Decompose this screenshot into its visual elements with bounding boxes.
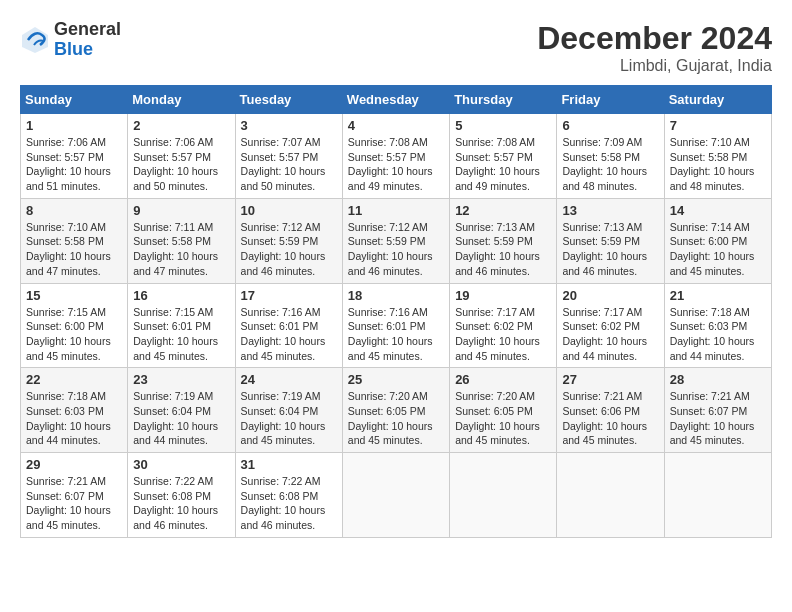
- day-info: Sunrise: 7:06 AMSunset: 5:57 PMDaylight:…: [133, 135, 229, 194]
- logo-text: General Blue: [54, 20, 121, 60]
- calendar-week-4: 22Sunrise: 7:18 AMSunset: 6:03 PMDayligh…: [21, 368, 772, 453]
- day-info: Sunrise: 7:22 AMSunset: 6:08 PMDaylight:…: [241, 474, 337, 533]
- day-number: 20: [562, 288, 658, 303]
- day-number: 11: [348, 203, 444, 218]
- weekday-header-wednesday: Wednesday: [342, 86, 449, 114]
- day-info: Sunrise: 7:08 AMSunset: 5:57 PMDaylight:…: [348, 135, 444, 194]
- day-number: 23: [133, 372, 229, 387]
- day-number: 7: [670, 118, 766, 133]
- day-number: 18: [348, 288, 444, 303]
- calendar-cell: 23Sunrise: 7:19 AMSunset: 6:04 PMDayligh…: [128, 368, 235, 453]
- day-number: 8: [26, 203, 122, 218]
- day-info: Sunrise: 7:17 AMSunset: 6:02 PMDaylight:…: [455, 305, 551, 364]
- day-info: Sunrise: 7:12 AMSunset: 5:59 PMDaylight:…: [241, 220, 337, 279]
- day-info: Sunrise: 7:13 AMSunset: 5:59 PMDaylight:…: [455, 220, 551, 279]
- day-info: Sunrise: 7:16 AMSunset: 6:01 PMDaylight:…: [241, 305, 337, 364]
- calendar-cell: 24Sunrise: 7:19 AMSunset: 6:04 PMDayligh…: [235, 368, 342, 453]
- calendar-cell: 1Sunrise: 7:06 AMSunset: 5:57 PMDaylight…: [21, 114, 128, 199]
- day-info: Sunrise: 7:21 AMSunset: 6:07 PMDaylight:…: [670, 389, 766, 448]
- day-info: Sunrise: 7:20 AMSunset: 6:05 PMDaylight:…: [455, 389, 551, 448]
- weekday-header-saturday: Saturday: [664, 86, 771, 114]
- calendar-table: SundayMondayTuesdayWednesdayThursdayFrid…: [20, 85, 772, 538]
- calendar-cell: [342, 453, 449, 538]
- logo: General Blue: [20, 20, 121, 60]
- calendar-cell: 5Sunrise: 7:08 AMSunset: 5:57 PMDaylight…: [450, 114, 557, 199]
- day-number: 17: [241, 288, 337, 303]
- day-info: Sunrise: 7:09 AMSunset: 5:58 PMDaylight:…: [562, 135, 658, 194]
- weekday-header-thursday: Thursday: [450, 86, 557, 114]
- calendar-header: SundayMondayTuesdayWednesdayThursdayFrid…: [21, 86, 772, 114]
- day-number: 29: [26, 457, 122, 472]
- calendar-week-3: 15Sunrise: 7:15 AMSunset: 6:00 PMDayligh…: [21, 283, 772, 368]
- calendar-cell: [557, 453, 664, 538]
- logo-general-text: General: [54, 20, 121, 40]
- day-number: 21: [670, 288, 766, 303]
- day-number: 16: [133, 288, 229, 303]
- day-number: 10: [241, 203, 337, 218]
- day-number: 1: [26, 118, 122, 133]
- calendar-cell: 2Sunrise: 7:06 AMSunset: 5:57 PMDaylight…: [128, 114, 235, 199]
- day-number: 25: [348, 372, 444, 387]
- day-info: Sunrise: 7:10 AMSunset: 5:58 PMDaylight:…: [26, 220, 122, 279]
- page-header: General Blue December 2024 Limbdi, Gujar…: [20, 20, 772, 75]
- day-number: 12: [455, 203, 551, 218]
- calendar-cell: 20Sunrise: 7:17 AMSunset: 6:02 PMDayligh…: [557, 283, 664, 368]
- calendar-cell: 3Sunrise: 7:07 AMSunset: 5:57 PMDaylight…: [235, 114, 342, 199]
- day-info: Sunrise: 7:07 AMSunset: 5:57 PMDaylight:…: [241, 135, 337, 194]
- calendar-cell: 9Sunrise: 7:11 AMSunset: 5:58 PMDaylight…: [128, 198, 235, 283]
- day-info: Sunrise: 7:22 AMSunset: 6:08 PMDaylight:…: [133, 474, 229, 533]
- day-number: 22: [26, 372, 122, 387]
- calendar-cell: [664, 453, 771, 538]
- logo-blue-text: Blue: [54, 40, 121, 60]
- calendar-cell: 10Sunrise: 7:12 AMSunset: 5:59 PMDayligh…: [235, 198, 342, 283]
- day-info: Sunrise: 7:10 AMSunset: 5:58 PMDaylight:…: [670, 135, 766, 194]
- calendar-cell: 28Sunrise: 7:21 AMSunset: 6:07 PMDayligh…: [664, 368, 771, 453]
- calendar-cell: 4Sunrise: 7:08 AMSunset: 5:57 PMDaylight…: [342, 114, 449, 199]
- calendar-cell: 15Sunrise: 7:15 AMSunset: 6:00 PMDayligh…: [21, 283, 128, 368]
- day-number: 4: [348, 118, 444, 133]
- calendar-cell: 11Sunrise: 7:12 AMSunset: 5:59 PMDayligh…: [342, 198, 449, 283]
- day-number: 3: [241, 118, 337, 133]
- calendar-cell: 30Sunrise: 7:22 AMSunset: 6:08 PMDayligh…: [128, 453, 235, 538]
- weekday-header-row: SundayMondayTuesdayWednesdayThursdayFrid…: [21, 86, 772, 114]
- weekday-header-tuesday: Tuesday: [235, 86, 342, 114]
- calendar-cell: 21Sunrise: 7:18 AMSunset: 6:03 PMDayligh…: [664, 283, 771, 368]
- day-info: Sunrise: 7:13 AMSunset: 5:59 PMDaylight:…: [562, 220, 658, 279]
- day-number: 24: [241, 372, 337, 387]
- day-number: 30: [133, 457, 229, 472]
- calendar-cell: 22Sunrise: 7:18 AMSunset: 6:03 PMDayligh…: [21, 368, 128, 453]
- calendar-cell: 25Sunrise: 7:20 AMSunset: 6:05 PMDayligh…: [342, 368, 449, 453]
- day-info: Sunrise: 7:15 AMSunset: 6:00 PMDaylight:…: [26, 305, 122, 364]
- day-info: Sunrise: 7:12 AMSunset: 5:59 PMDaylight:…: [348, 220, 444, 279]
- month-title: December 2024: [537, 20, 772, 57]
- day-info: Sunrise: 7:15 AMSunset: 6:01 PMDaylight:…: [133, 305, 229, 364]
- day-number: 14: [670, 203, 766, 218]
- calendar-cell: 14Sunrise: 7:14 AMSunset: 6:00 PMDayligh…: [664, 198, 771, 283]
- logo-icon: [20, 25, 50, 55]
- day-info: Sunrise: 7:21 AMSunset: 6:06 PMDaylight:…: [562, 389, 658, 448]
- calendar-cell: 26Sunrise: 7:20 AMSunset: 6:05 PMDayligh…: [450, 368, 557, 453]
- day-info: Sunrise: 7:21 AMSunset: 6:07 PMDaylight:…: [26, 474, 122, 533]
- day-number: 15: [26, 288, 122, 303]
- day-number: 13: [562, 203, 658, 218]
- title-section: December 2024 Limbdi, Gujarat, India: [537, 20, 772, 75]
- calendar-cell: 17Sunrise: 7:16 AMSunset: 6:01 PMDayligh…: [235, 283, 342, 368]
- day-number: 27: [562, 372, 658, 387]
- calendar-cell: 16Sunrise: 7:15 AMSunset: 6:01 PMDayligh…: [128, 283, 235, 368]
- calendar-cell: 31Sunrise: 7:22 AMSunset: 6:08 PMDayligh…: [235, 453, 342, 538]
- day-info: Sunrise: 7:16 AMSunset: 6:01 PMDaylight:…: [348, 305, 444, 364]
- calendar-cell: 27Sunrise: 7:21 AMSunset: 6:06 PMDayligh…: [557, 368, 664, 453]
- day-number: 6: [562, 118, 658, 133]
- calendar-cell: [450, 453, 557, 538]
- day-info: Sunrise: 7:08 AMSunset: 5:57 PMDaylight:…: [455, 135, 551, 194]
- calendar-cell: 6Sunrise: 7:09 AMSunset: 5:58 PMDaylight…: [557, 114, 664, 199]
- day-info: Sunrise: 7:14 AMSunset: 6:00 PMDaylight:…: [670, 220, 766, 279]
- calendar-cell: 19Sunrise: 7:17 AMSunset: 6:02 PMDayligh…: [450, 283, 557, 368]
- calendar-week-1: 1Sunrise: 7:06 AMSunset: 5:57 PMDaylight…: [21, 114, 772, 199]
- calendar-cell: 12Sunrise: 7:13 AMSunset: 5:59 PMDayligh…: [450, 198, 557, 283]
- day-number: 2: [133, 118, 229, 133]
- weekday-header-sunday: Sunday: [21, 86, 128, 114]
- day-number: 5: [455, 118, 551, 133]
- calendar-week-2: 8Sunrise: 7:10 AMSunset: 5:58 PMDaylight…: [21, 198, 772, 283]
- weekday-header-monday: Monday: [128, 86, 235, 114]
